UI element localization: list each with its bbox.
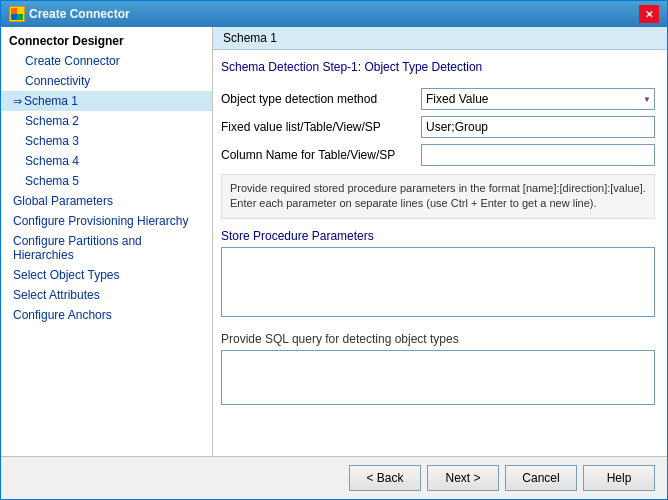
sidebar-item-schema2[interactable]: Schema 2 [1, 111, 212, 131]
sidebar-item-create-connector[interactable]: Create Connector [1, 51, 212, 71]
column-name-label: Column Name for Table/View/SP [221, 148, 421, 162]
inner-content: Schema Detection Step-1: Object Type Det… [213, 50, 667, 418]
close-button[interactable]: ✕ [639, 5, 659, 23]
help-button[interactable]: Help [583, 465, 655, 491]
main-panel: Schema 1 Schema Detection Step-1: Object… [213, 27, 667, 456]
sidebar-item-select-object-types[interactable]: Select Object Types [1, 265, 212, 285]
sql-textarea[interactable] [221, 350, 655, 405]
back-button[interactable]: < Back [349, 465, 421, 491]
title-bar: Create Connector ✕ [1, 1, 667, 27]
svg-rect-0 [11, 8, 17, 14]
app-icon [9, 6, 25, 22]
next-button[interactable]: Next > [427, 465, 499, 491]
sidebar-item-schema5[interactable]: Schema 5 [1, 171, 212, 191]
detection-method-wrapper: Fixed Value Table View Stored Procedure … [421, 88, 655, 110]
fixed-value-wrapper [421, 116, 655, 138]
arrow-icon: ⇒ [13, 95, 22, 108]
sidebar-item-schema3[interactable]: Schema 3 [1, 131, 212, 151]
title-bar-left: Create Connector [9, 6, 130, 22]
sidebar-item-configure-provisioning[interactable]: Configure Provisioning Hierarchy [1, 211, 212, 231]
fixed-value-row: Fixed value list/Table/View/SP [221, 116, 655, 138]
info-text: Provide required stored procedure parame… [221, 174, 655, 219]
sidebar-header[interactable]: Connector Designer [1, 31, 212, 51]
sidebar-item-select-attributes[interactable]: Select Attributes [1, 285, 212, 305]
sql-label: Provide SQL query for detecting object t… [221, 332, 655, 346]
window-controls: ✕ [639, 5, 659, 23]
main-scrollable[interactable]: Schema Detection Step-1: Object Type Det… [213, 50, 667, 456]
cancel-button[interactable]: Cancel [505, 465, 577, 491]
sidebar-item-schema4[interactable]: Schema 4 [1, 151, 212, 171]
fixed-value-label: Fixed value list/Table/View/SP [221, 120, 421, 134]
footer: < Back Next > Cancel Help [1, 456, 667, 499]
sidebar-item-schema1[interactable]: ⇒ Schema 1 [1, 91, 212, 111]
sidebar: Connector Designer Create Connector Conn… [1, 27, 213, 456]
detection-method-label: Object type detection method [221, 92, 421, 106]
content-area: Connector Designer Create Connector Conn… [1, 27, 667, 456]
sidebar-item-configure-anchors[interactable]: Configure Anchors [1, 305, 212, 325]
detection-method-select[interactable]: Fixed Value Table View Stored Procedure … [421, 88, 655, 110]
store-proc-textarea[interactable] [221, 247, 655, 317]
fixed-value-input[interactable] [421, 116, 655, 138]
store-proc-label: Store Procedure Parameters [221, 229, 655, 243]
main-window: Create Connector ✕ Connector Designer Cr… [0, 0, 668, 500]
sidebar-item-global-parameters[interactable]: Global Parameters [1, 191, 212, 211]
column-name-wrapper [421, 144, 655, 166]
svg-rect-2 [11, 14, 17, 20]
sidebar-item-connectivity[interactable]: Connectivity [1, 71, 212, 91]
detection-method-row: Object type detection method Fixed Value… [221, 88, 655, 110]
window-title: Create Connector [29, 7, 130, 21]
section-title: Schema Detection Step-1: Object Type Det… [221, 60, 655, 74]
column-name-row: Column Name for Table/View/SP [221, 144, 655, 166]
svg-rect-1 [17, 8, 23, 14]
sidebar-item-configure-partitions[interactable]: Configure Partitions and Hierarchies [1, 231, 212, 265]
svg-rect-3 [17, 14, 23, 20]
main-header: Schema 1 [213, 27, 667, 50]
column-name-input[interactable] [421, 144, 655, 166]
